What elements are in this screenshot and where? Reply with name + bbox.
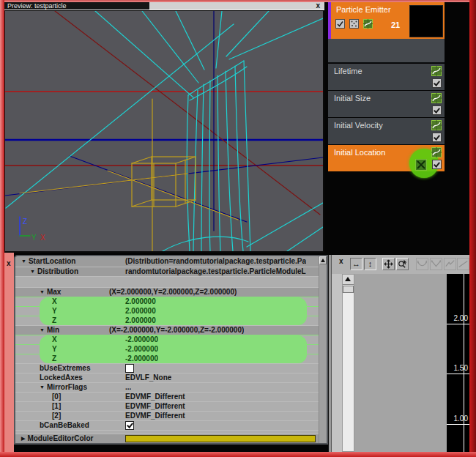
annotation-border-top: [0, 0, 476, 2]
property-label: Y: [52, 345, 57, 353]
fit-horizontal-button[interactable]: ↔: [350, 258, 362, 270]
property-value: EDVMF_Different: [125, 402, 185, 411]
collapse-arrow-icon[interactable]: ▼: [40, 326, 45, 335]
preview-close-button[interactable]: x: [316, 2, 320, 10]
property-row[interactable]: ▼Distributionrandomtutorialpackage.testp…: [15, 267, 319, 276]
property-row[interactable]: [2]EDVMF_Different: [15, 411, 319, 420]
scroll-up-arrow-icon[interactable]: [319, 256, 327, 264]
property-value: randomtutorialpackage.testparticle.Parti…: [125, 267, 306, 276]
property-row[interactable]: Z-2.000000: [15, 354, 319, 363]
axis-y-label: Y: [31, 234, 37, 242]
module-curve-icon[interactable]: [431, 93, 442, 103]
emitter-header[interactable]: Particle Emitter 21: [328, 2, 445, 39]
fit-vertical-button[interactable]: ↕: [364, 258, 376, 270]
curve-editor-toolbar: x ↔ ↕: [332, 255, 469, 275]
curve-graph[interactable]: 2.001.501.00: [447, 274, 469, 452]
property-label: StartLocation: [29, 257, 75, 265]
curve-time-gridline: [464, 274, 464, 452]
zoom-mode-button[interactable]: [396, 258, 409, 270]
property-row[interactable]: ▼Max(X=2.000000,Y=2.000000,Z=2.000000): [15, 287, 319, 297]
property-value: -2.000000: [125, 354, 158, 363]
collapse-arrow-icon[interactable]: ▼: [30, 267, 35, 276]
property-row[interactable]: bCanBeBaked: [15, 420, 319, 430]
emitter-enabled-checkbox[interactable]: [335, 19, 345, 29]
property-value: 2.000000: [125, 316, 156, 325]
property-label: Z: [52, 354, 56, 363]
property-row[interactable]: X2.000000: [15, 297, 319, 306]
emitter-thumbnail[interactable]: [409, 5, 443, 37]
expand-arrow-icon[interactable]: ▶: [21, 434, 25, 443]
property-label: bUseExtremes: [40, 364, 90, 372]
property-label: [1]: [52, 402, 61, 410]
property-label: ModuleEditorColor: [27, 434, 93, 442]
curve-auto-tangent-button[interactable]: [416, 258, 428, 270]
curve-editor-close-button[interactable]: x: [339, 257, 343, 265]
curve-linear-button[interactable]: [457, 258, 469, 270]
curve-editor-scrollbar[interactable]: [342, 274, 354, 452]
property-label: Z: [52, 316, 56, 324]
module-curve-icon[interactable]: [431, 147, 442, 157]
scroll-up-arrow-icon[interactable]: [343, 275, 354, 285]
module-curve-icon[interactable]: [431, 120, 442, 130]
property-row[interactable]: Y2.000000: [15, 306, 319, 316]
property-row[interactable]: LockedAxesEDVLF_None: [15, 373, 319, 382]
property-label: [0]: [52, 393, 61, 401]
collapse-arrow-icon[interactable]: ▼: [21, 257, 26, 266]
properties-panel: ▼StartLocation(Distribution=randomtutori…: [14, 255, 328, 445]
property-value: 2.000000: [125, 307, 156, 316]
module-initial-size[interactable]: Initial Size: [328, 91, 445, 117]
preview-viewport[interactable]: Z Y X: [5, 11, 323, 251]
module-lifetime[interactable]: Lifetime: [328, 64, 445, 90]
emitter-burst-icon[interactable]: [349, 19, 359, 29]
axis-z-label: Z: [23, 218, 27, 226]
preview-title-bar[interactable]: Preview: testparticle x: [4, 2, 324, 10]
peak-active-particles-count: 21: [391, 21, 400, 29]
curve-gridline: [447, 324, 469, 324]
property-value: (X=2.000000,Y=2.000000,Z=2.000000): [109, 288, 237, 297]
properties-close-button[interactable]: x: [7, 259, 11, 267]
module-enabled-checkbox[interactable]: [432, 160, 442, 169]
property-value: -2.000000: [125, 335, 158, 344]
property-row[interactable]: [0]EDVMF_Different: [15, 392, 319, 401]
module-3d-draw-icon[interactable]: [415, 159, 427, 171]
properties-scrollbar[interactable]: [319, 256, 327, 443]
collapse-arrow-icon[interactable]: ▼: [40, 288, 45, 297]
property-value: -2.000000: [125, 345, 158, 354]
property-row[interactable]: ▼MirrorFlags...: [15, 382, 319, 392]
property-value: ...: [125, 383, 131, 392]
module-enabled-checkbox[interactable]: [432, 78, 442, 88]
module-enabled-checkbox[interactable]: [432, 105, 442, 115]
scrollbar-thumb[interactable]: [343, 286, 354, 293]
module-initial-location[interactable]: Initial Location: [328, 145, 445, 171]
module-curve-icon[interactable]: [431, 66, 442, 76]
emitter-curve-icon[interactable]: [363, 19, 373, 29]
preview-scene-svg: Z Y X: [5, 11, 323, 251]
property-row[interactable]: ▼StartLocation(Distribution=randomtutori…: [15, 257, 319, 267]
preview-window: Preview: testparticle x: [4, 2, 324, 253]
curve-user-tangent-button[interactable]: [430, 258, 442, 270]
module-label: Lifetime: [334, 67, 362, 75]
property-row[interactable]: [1]EDVMF_Different: [15, 401, 319, 411]
module-enabled-checkbox[interactable]: [432, 133, 442, 142]
property-row[interactable]: Z2.000000: [15, 316, 319, 325]
pan-mode-button[interactable]: [382, 258, 395, 270]
property-row[interactable]: ▶ModuleEditorColor: [15, 434, 319, 443]
curve-track-list[interactable]: [354, 274, 447, 452]
module-editor-color-swatch[interactable]: [125, 435, 316, 442]
property-value: (X=-2.000000,Y=-2.000000,Z=-2.000000): [109, 326, 244, 335]
curve-break-tangent-button[interactable]: [444, 258, 456, 270]
property-checkbox[interactable]: [125, 421, 134, 430]
property-row[interactable]: ▼Min(X=-2.000000,Y=-2.000000,Z=-2.000000…: [15, 325, 319, 335]
property-spacer: [15, 276, 319, 287]
curve-gridline: [447, 374, 469, 374]
property-row[interactable]: X-2.000000: [15, 335, 319, 344]
emitter-body-block[interactable]: [328, 39, 445, 63]
curve-gridline: [447, 424, 469, 425]
property-row[interactable]: bUseExtremes: [15, 363, 319, 373]
property-row[interactable]: Y-2.000000: [15, 344, 319, 354]
property-checkbox[interactable]: [125, 364, 134, 373]
collapse-arrow-icon[interactable]: ▼: [40, 383, 45, 392]
property-value: EDVLF_None: [125, 374, 171, 382]
property-value: (Distribution=randomtutorialpackage.test…: [125, 257, 306, 266]
module-initial-velocity[interactable]: Initial Velocity: [328, 118, 445, 144]
